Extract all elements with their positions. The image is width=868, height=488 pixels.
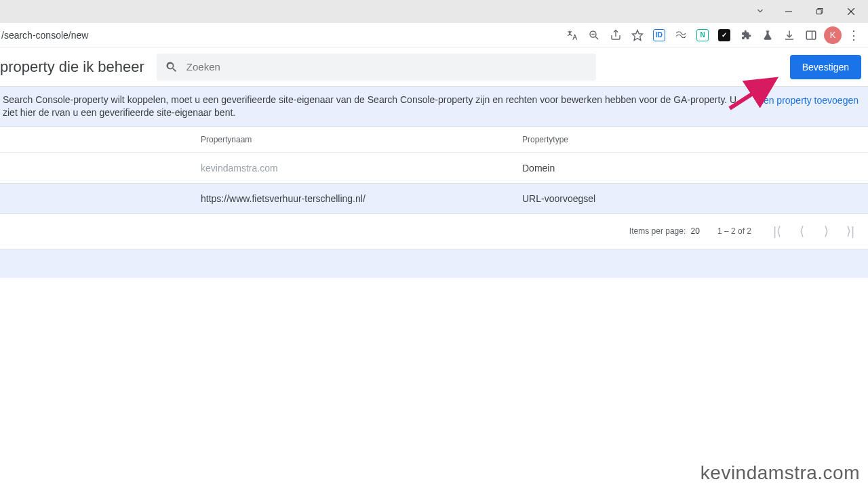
cell-propertytype: Domein bbox=[522, 152, 868, 183]
last-page-icon[interactable]: ⟩| bbox=[842, 224, 859, 239]
add-property-link[interactable]: Een property toevoegen bbox=[757, 94, 859, 106]
table-row[interactable]: https://www.fietsverhuur-terschelling.nl… bbox=[0, 183, 868, 214]
avatar: K bbox=[824, 26, 842, 44]
svg-rect-11 bbox=[806, 31, 816, 39]
info-banner: Search Console-property wilt koppelen, m… bbox=[0, 87, 868, 127]
footer-strip bbox=[0, 249, 868, 278]
minimize-button[interactable] bbox=[773, 1, 804, 22]
cell-propertytype: URL-voorvoegsel bbox=[522, 183, 868, 214]
page-header: property die ik beheer Bevestigen bbox=[0, 47, 868, 87]
labs-flask-icon[interactable] bbox=[757, 24, 778, 46]
window-title-bar bbox=[0, 0, 868, 23]
chevron-down-icon[interactable] bbox=[755, 6, 765, 18]
translate-icon[interactable] bbox=[561, 24, 583, 46]
star-icon[interactable] bbox=[627, 24, 648, 46]
column-propertytype: Propertytype bbox=[522, 127, 868, 153]
search-icon bbox=[165, 60, 178, 74]
downloads-icon[interactable] bbox=[778, 24, 800, 46]
page-range: 1 – 2 of 2 bbox=[717, 226, 751, 236]
prev-page-icon[interactable]: ⟨ bbox=[793, 224, 810, 239]
svg-line-6 bbox=[595, 37, 598, 39]
items-per-page-label: Items per page: bbox=[629, 226, 686, 236]
page-title: property die ik beheer bbox=[0, 58, 144, 76]
table-header-row: Propertynaam Propertytype bbox=[0, 127, 868, 153]
extension-icon-1[interactable]: ID bbox=[648, 24, 670, 46]
extension-icon-3[interactable]: N bbox=[692, 24, 713, 46]
search-box[interactable] bbox=[157, 54, 596, 81]
items-per-page-value[interactable]: 20 bbox=[691, 226, 700, 236]
close-button[interactable] bbox=[835, 1, 867, 22]
svg-marker-9 bbox=[633, 30, 643, 40]
cell-propertyname: kevindamstra.com bbox=[201, 152, 522, 183]
confirm-button[interactable]: Bevestigen bbox=[790, 55, 861, 79]
search-input[interactable] bbox=[186, 61, 588, 73]
property-table: Propertynaam Propertytype kevindamstra.c… bbox=[0, 127, 868, 214]
extension-icon-4[interactable]: ✓ bbox=[713, 24, 735, 46]
browser-toolbar: /search-console/new ID N ✓ K ⋮ bbox=[0, 23, 868, 47]
sidepanel-icon[interactable] bbox=[800, 24, 822, 46]
extension-icon-2[interactable] bbox=[670, 24, 692, 46]
extensions-puzzle-icon[interactable] bbox=[735, 24, 757, 46]
zoom-icon[interactable] bbox=[583, 24, 605, 46]
address-bar[interactable]: /search-console/new bbox=[0, 30, 88, 41]
info-banner-text: Search Console-property wilt koppelen, m… bbox=[3, 94, 749, 119]
cell-propertyname: https://www.fietsverhuur-terschelling.nl… bbox=[201, 183, 522, 214]
profile-avatar[interactable]: K bbox=[822, 24, 844, 46]
next-page-icon[interactable]: ⟩ bbox=[818, 224, 834, 239]
browser-menu-icon[interactable]: ⋮ bbox=[844, 29, 864, 41]
watermark: kevindamstra.com bbox=[701, 462, 860, 484]
table-pager: Items per page: 20 1 – 2 of 2 |⟨ ⟨ ⟩ ⟩| bbox=[0, 214, 868, 249]
first-page-icon[interactable]: |⟨ bbox=[769, 224, 785, 239]
share-icon[interactable] bbox=[605, 24, 627, 46]
table-row[interactable]: kevindamstra.com Domein bbox=[0, 152, 868, 183]
svg-rect-2 bbox=[816, 9, 821, 14]
column-propertyname: Propertynaam bbox=[201, 127, 522, 153]
maximize-button[interactable] bbox=[804, 1, 835, 22]
